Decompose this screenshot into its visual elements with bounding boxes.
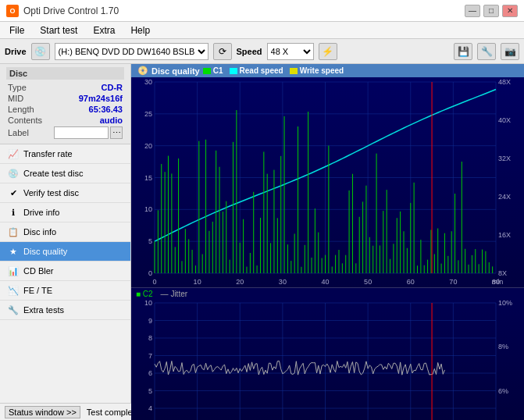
drive-info-icon: ℹ [8, 207, 19, 218]
speed-select[interactable]: 48 X [267, 43, 314, 60]
legend-read-speed-label: Read speed [240, 66, 283, 75]
disc-label-key: Label [8, 128, 29, 137]
nav-drive-info[interactable]: ℹ Drive info [0, 203, 130, 222]
disc-length-val: 65:36.43 [89, 105, 123, 114]
menubar: File Start test Extra Help [0, 22, 524, 39]
legend-c1-color [203, 68, 211, 74]
nav-cd-bler-label: CD Bler [23, 266, 54, 276]
menu-help[interactable]: Help [127, 24, 153, 37]
chart-title: Disc quality [151, 66, 200, 76]
disc-length-row: Length 65:36.43 [6, 105, 124, 114]
main-content: Disc Type CD-R MID 97m24s16f Length 65:3… [0, 64, 524, 403]
app-title: Opti Drive Control 1.70 [23, 5, 119, 16]
nav-create-test-disc[interactable]: 💿 Create test disc [0, 164, 130, 183]
drive-toolbar: Drive 💿 (H:) BENQ DVD DD DW1640 BSLB ⟳ S… [0, 39, 524, 64]
disc-mid-row: MID 97m24s16f [6, 94, 124, 103]
menu-extra[interactable]: Extra [90, 24, 118, 37]
disc-contents-key: Contents [8, 116, 42, 125]
disc-info-icon: 📋 [8, 226, 19, 237]
maximize-button[interactable]: □ [483, 5, 499, 17]
legend-c1-label: C1 [213, 66, 223, 75]
disc-section: Disc Type CD-R MID 97m24s16f Length 65:3… [0, 64, 130, 144]
fe-te-icon: 📉 [8, 285, 19, 296]
charts-container: ■ C2 — Jitter [131, 77, 524, 420]
cd-bler-icon: 📊 [8, 265, 19, 276]
nav-verify-test-disc[interactable]: ✔ Verify test disc [0, 183, 130, 203]
nav-fe-te[interactable]: 📉 FE / TE [0, 281, 130, 301]
extra-tests-icon: 🔧 [8, 304, 19, 315]
nav-transfer-rate-label: Transfer rate [23, 149, 73, 158]
disc-type-row: Type CD-R [6, 83, 124, 92]
disc-type-val: CD-R [102, 83, 123, 92]
nav-disc-quality[interactable]: ★ Disc quality [0, 242, 130, 262]
chart-title-bar: 📀 Disc quality C1 Read speed Write speed [131, 64, 524, 77]
legend-c1: C1 [203, 66, 223, 75]
verify-test-disc-icon: ✔ [8, 187, 19, 198]
nav-drive-info-label: Drive info [23, 208, 59, 217]
save-button[interactable]: 💾 [454, 43, 472, 60]
transfer-rate-icon: 📈 [8, 148, 19, 159]
tool2-button[interactable]: 📷 [501, 43, 519, 60]
titlebar-controls: — □ ✕ [465, 5, 518, 17]
nav-disc-quality-label: Disc quality [23, 247, 67, 256]
minimize-button[interactable]: — [465, 5, 480, 17]
menu-file[interactable]: File [6, 24, 27, 37]
top-chart [131, 77, 524, 287]
jitter-legend-label: — Jitter [161, 290, 187, 298]
legend-read-speed: Read speed [230, 66, 283, 75]
nav-transfer-rate[interactable]: 📈 Transfer rate [0, 144, 130, 164]
disc-label-browse-button[interactable]: ⋯ [110, 126, 123, 139]
menu-start-test[interactable]: Start test [37, 24, 80, 37]
legend-read-speed-color [230, 68, 237, 74]
nav-cd-bler[interactable]: 📊 CD Bler [0, 262, 130, 281]
chart-legend: C1 Read speed Write speed [203, 66, 344, 75]
tool1-button[interactable]: 🔧 [477, 43, 496, 60]
legend-write-speed-color [290, 68, 298, 74]
nav-disc-info[interactable]: 📋 Disc info [0, 222, 130, 242]
create-test-disc-icon: 💿 [8, 168, 19, 179]
sidebar: Disc Type CD-R MID 97m24s16f Length 65:3… [0, 64, 131, 403]
disc-type-key: Type [8, 83, 27, 92]
disc-mid-val: 97m24s16f [79, 94, 123, 103]
status-window-button[interactable]: Status window >> [5, 406, 80, 418]
drive-icon: 💿 [31, 43, 50, 60]
right-panel: 📀 Disc quality C1 Read speed Write speed [131, 64, 524, 403]
drive-label: Drive [5, 47, 27, 56]
disc-contents-val: audio [100, 116, 123, 125]
disc-label-row: Label ⋯ [6, 126, 124, 139]
nav-create-test-disc-label: Create test disc [23, 169, 83, 178]
chart-icon: 📀 [137, 66, 148, 76]
legend-write-speed: Write speed [290, 66, 344, 75]
disc-label-input-area: ⋯ [54, 126, 123, 139]
nav-disc-info-label: Disc info [23, 227, 56, 237]
sidebar-nav: 📈 Transfer rate 💿 Create test disc ✔ Ver… [0, 144, 130, 403]
disc-quality-icon: ★ [8, 246, 19, 257]
nav-extra-tests[interactable]: 🔧 Extra tests [0, 301, 130, 320]
disc-length-key: Length [8, 105, 34, 114]
titlebar: O Opti Drive Control 1.70 — □ ✕ [0, 0, 524, 22]
disc-mid-key: MID [8, 94, 23, 103]
nav-verify-test-disc-label: Verify test disc [23, 188, 79, 198]
c2-legend-label: ■ C2 [136, 290, 153, 298]
bottom-chart-header: ■ C2 — Jitter [131, 287, 524, 300]
disc-label-input[interactable] [54, 126, 109, 139]
nav-extra-tests-label: Extra tests [23, 305, 64, 315]
speed-label: Speed [237, 47, 262, 56]
disc-contents-row: Contents audio [6, 116, 124, 125]
drive-select[interactable]: (H:) BENQ DVD DD DW1640 BSLB [55, 43, 209, 60]
drive-refresh-button[interactable]: ⟳ [213, 43, 232, 60]
titlebar-left: O Opti Drive Control 1.70 [6, 5, 119, 17]
app-icon: O [6, 5, 19, 17]
nav-fe-te-label: FE / TE [23, 286, 52, 295]
bottom-chart [131, 300, 524, 420]
legend-write-speed-label: Write speed [300, 66, 344, 75]
speed-icon: ⚡ [319, 43, 337, 60]
disc-section-title: Disc [6, 67, 124, 80]
close-button[interactable]: ✕ [502, 5, 518, 17]
